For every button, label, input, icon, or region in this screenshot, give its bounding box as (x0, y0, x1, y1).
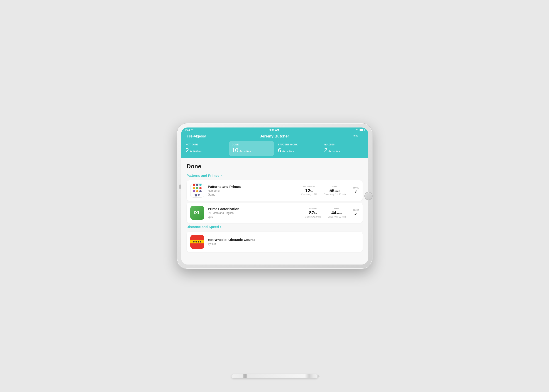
carrier-label: iPad (185, 129, 190, 131)
dot (193, 187, 195, 189)
tab-bar: NOT DONE 2 Activities DONE 10 Activities… (181, 141, 368, 158)
dot (199, 187, 202, 189)
status-right: ✦ (356, 128, 364, 131)
tab-quizzes[interactable]: QUIZZES 2 Activities (321, 141, 366, 156)
activity-row: π P Patterns and Primes Numbers!Game PRO… (187, 180, 363, 201)
activity-name: Patterns and Primes (208, 185, 298, 189)
time-label: 9:41 AM (269, 129, 279, 131)
section-title: Done (187, 163, 363, 170)
done-checkmark: ✓ (352, 189, 359, 194)
stat-progress: PROGRESS 12% Class Avg: 15% (301, 185, 317, 196)
hw-dot (200, 241, 201, 243)
stat-time-value: 56 min (324, 188, 346, 193)
activity-name: Prime Factorization (208, 207, 301, 211)
activity-sub: IXL Math and EnglishQuiz (208, 211, 301, 219)
hw-dot (198, 241, 199, 243)
group-distance-speed-chevron-icon: › (220, 225, 221, 228)
tab-student-work-label: STUDENT WORK (278, 143, 318, 146)
tab-student-work-count: 6 Activities (278, 147, 318, 154)
hw-icon-inner (190, 235, 204, 249)
edit-icon[interactable]: ≡✎ (353, 134, 358, 138)
divider-2 (187, 229, 363, 229)
stat-score-label: SCORE (305, 208, 321, 210)
activity-info: Prime Factorization IXL Math and English… (208, 207, 301, 219)
app-icon-patterns: π P (190, 183, 204, 198)
group-distance-speed-header[interactable]: Distance and Speed › (187, 225, 363, 229)
activity-row: IXL Prime Factorization IXL Math and Eng… (187, 203, 363, 223)
ipad-frame: iPad ▾ 9:41 AM ✦ ‹ Pre-Algebra Jeremy Bu… (177, 123, 372, 269)
stat-progress-value: 12% (301, 188, 317, 193)
tab-not-done[interactable]: NOT DONE 2 Activities (183, 141, 228, 156)
status-bar: iPad ▾ 9:41 AM ✦ (181, 127, 368, 132)
battery-fill (360, 129, 363, 131)
group-patterns-primes-header[interactable]: Patterns and Primes › (187, 174, 363, 177)
activity-stats: PROGRESS 12% Class Avg: 15% TIME 56 min … (301, 185, 359, 196)
done-checkmark: ✓ (352, 212, 359, 217)
dot (196, 184, 198, 186)
app-icon-ixl: IXL (190, 206, 204, 220)
back-label: Pre-Algebra (187, 134, 206, 138)
stat-score-avg: Class Avg: 90% (305, 216, 321, 218)
stat-score: SCORE 87% Class Avg: 90% (305, 208, 321, 218)
stat-time: TIME 56 min Class Avg: 1 h 12 min (324, 185, 346, 196)
wifi-icon: ▾ (191, 129, 193, 131)
stat-done: DONE ✓ (352, 187, 359, 194)
tab-not-done-count: 2 Activities (186, 147, 225, 154)
tab-student-work[interactable]: STUDENT WORK 6 Activities (275, 141, 320, 156)
divider-1 (187, 178, 363, 178)
ixl-label: IXL (194, 210, 201, 216)
hw-dot (193, 241, 195, 243)
stat-progress-label: PROGRESS (301, 185, 317, 188)
stat-time: TIME 44 min Class Avg: 22 min (328, 208, 346, 218)
tab-quizzes-label: QUIZZES (324, 143, 363, 146)
dot (193, 190, 195, 192)
hw-dot (195, 241, 197, 243)
activity-sub: Numbers!Game (208, 189, 298, 197)
dot (196, 187, 198, 189)
dots-grid (193, 184, 202, 192)
stat-progress-avg: Class Avg: 15% (301, 193, 317, 196)
activity-sub: Tynker (208, 242, 359, 246)
dot (193, 184, 195, 186)
add-icon[interactable]: + (362, 134, 364, 139)
activity-info: Patterns and Primes Numbers!Game (208, 185, 298, 197)
stat-score-value: 87% (305, 210, 321, 215)
stat-time-label: TIME (324, 185, 346, 188)
dot (199, 184, 202, 186)
dot (199, 190, 202, 192)
nav-bar: ‹ Pre-Algebra Jeremy Butcher ≡✎ + (181, 132, 368, 141)
app-icon-hotwheels (190, 235, 204, 249)
activity-stats: SCORE 87% Class Avg: 90% TIME 44 min Cla… (305, 208, 359, 218)
activity-row: Hot Wheels: Obstacle Course Tynker (187, 232, 363, 252)
dot (196, 190, 198, 192)
apple-pencil (231, 374, 318, 378)
stat-time-label: TIME (328, 208, 346, 210)
status-left: iPad ▾ (185, 129, 193, 131)
stat-done-label: DONE (352, 187, 359, 189)
tab-not-done-label: NOT DONE (186, 143, 225, 146)
tab-done[interactable]: DONE 10 Activities (229, 141, 274, 156)
hw-stripe (190, 240, 204, 243)
tab-quizzes-count: 2 Activities (324, 147, 363, 154)
group-patterns-primes-chevron-icon: › (221, 174, 222, 177)
tab-done-label: DONE (232, 143, 271, 146)
stat-time-value: 44 min (328, 210, 346, 215)
back-chevron-icon: ‹ (185, 134, 186, 138)
back-button[interactable]: ‹ Pre-Algebra (185, 134, 245, 138)
group-patterns-primes-title: Patterns and Primes (187, 174, 220, 177)
side-button (179, 184, 181, 189)
stat-done-label: DONE (352, 209, 359, 211)
group-distance-speed-title: Distance and Speed (187, 225, 219, 229)
nav-actions: ≡✎ + (305, 134, 364, 139)
nav-title: Jeremy Butcher (245, 134, 305, 139)
home-button[interactable] (364, 192, 373, 200)
bluetooth-icon: ✦ (356, 128, 358, 131)
pencil-band (243, 374, 247, 378)
stat-done: DONE ✓ (352, 209, 359, 217)
battery-indicator (359, 129, 364, 131)
tab-done-count: 10 Activities (232, 147, 271, 154)
ipad-screen: iPad ▾ 9:41 AM ✦ ‹ Pre-Algebra Jeremy Bu… (181, 127, 368, 265)
pencil-tip (317, 374, 320, 378)
stat-time-avg: Class Avg: 1 h 12 min (324, 193, 346, 196)
activity-name: Hot Wheels: Obstacle Course (208, 238, 359, 242)
